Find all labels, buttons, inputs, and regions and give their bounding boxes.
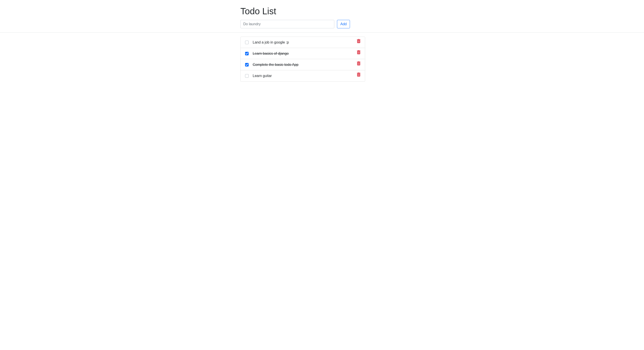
todo-item: Learn basics of django xyxy=(240,48,365,59)
trash-icon[interactable] xyxy=(357,39,360,43)
trash-icon[interactable] xyxy=(357,61,360,65)
todo-item: Learn guitar xyxy=(240,70,365,81)
divider xyxy=(0,32,644,33)
page-title: Todo List xyxy=(240,6,448,16)
todo-label[interactable]: Learn basics of django xyxy=(253,52,289,56)
todo-checkbox[interactable] xyxy=(245,74,249,78)
todo-item: Land a job in google :p xyxy=(240,37,365,48)
todo-label[interactable]: Learn guitar xyxy=(253,74,272,78)
trash-icon[interactable] xyxy=(357,73,360,77)
todo-checkbox[interactable] xyxy=(245,41,249,44)
todo-item: Complete the basic todo App xyxy=(240,59,365,70)
todo-label[interactable]: Land a job in google :p xyxy=(253,40,289,44)
trash-icon[interactable] xyxy=(357,50,360,54)
todo-input[interactable] xyxy=(240,20,334,28)
todo-list: Land a job in google :p Learn basics of … xyxy=(240,37,365,82)
todo-checkbox[interactable] xyxy=(245,52,249,55)
add-button[interactable]: Add xyxy=(337,20,350,28)
todo-checkbox[interactable] xyxy=(245,63,249,66)
todo-label[interactable]: Complete the basic todo App xyxy=(253,63,298,67)
add-todo-row: Add xyxy=(240,20,448,28)
